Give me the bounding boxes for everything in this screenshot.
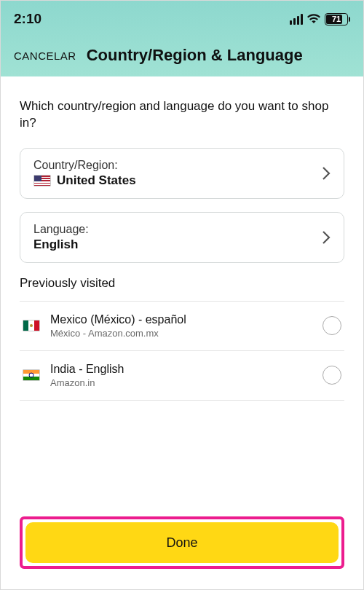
- content-area: Which country/region and language do you…: [1, 76, 363, 511]
- status-bar: 2:10 71: [14, 8, 350, 30]
- cellular-signal-icon: [290, 14, 303, 25]
- language-value: English: [33, 237, 89, 252]
- country-region-card[interactable]: Country/Region: United States: [20, 148, 344, 199]
- language-label: Language:: [33, 223, 89, 236]
- title-row: CANCELAR Country/Region & Language: [14, 46, 350, 65]
- previous-item-subtitle: Amazon.in: [50, 377, 312, 388]
- clock: 2:10: [14, 11, 41, 27]
- us-flag-icon: [33, 175, 51, 186]
- radio-button[interactable]: [323, 366, 341, 385]
- previously-visited-title: Previously visited: [20, 276, 344, 291]
- chevron-right-icon: [322, 166, 331, 181]
- done-button[interactable]: Done: [25, 522, 339, 563]
- previous-item-title: India - English: [50, 363, 312, 376]
- prompt-text: Which country/region and language do you…: [20, 98, 344, 132]
- previous-item-title: Mexico (México) - español: [50, 313, 312, 326]
- india-flag-icon: [23, 369, 40, 381]
- divider: [20, 400, 344, 401]
- radio-button[interactable]: [323, 316, 341, 335]
- settings-screen: 2:10 71 CANCELAR Country/Region & Langua…: [0, 0, 364, 590]
- status-icons: 71: [290, 12, 350, 25]
- chevron-right-icon: [322, 230, 331, 245]
- wifi-icon: [307, 12, 320, 25]
- country-region-value: United States: [57, 173, 136, 188]
- country-region-label: Country/Region:: [33, 159, 136, 172]
- battery-level: 71: [332, 15, 341, 23]
- previous-item-subtitle: México - Amazon.com.mx: [50, 328, 312, 339]
- mexico-flag-icon: [23, 320, 40, 331]
- previous-item-mexico[interactable]: Mexico (México) - español México - Amazo…: [20, 302, 344, 350]
- page-title: Country/Region & Language: [87, 46, 303, 65]
- cancel-button[interactable]: CANCELAR: [14, 50, 76, 62]
- battery-icon: 71: [325, 13, 350, 25]
- highlight-frame: Done: [20, 516, 344, 569]
- footer: Done: [1, 511, 363, 589]
- language-card[interactable]: Language: English: [20, 212, 344, 263]
- previous-item-india[interactable]: India - English Amazon.in: [20, 351, 344, 400]
- header-area: 2:10 71 CANCELAR Country/Region & Langua…: [1, 1, 363, 76]
